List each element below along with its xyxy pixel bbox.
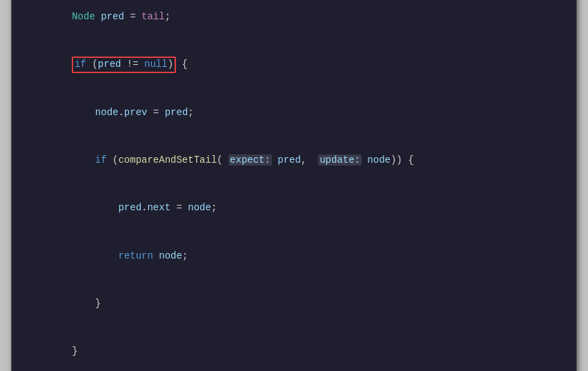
var-pred5: pred xyxy=(118,202,141,213)
var-node3: node xyxy=(367,154,391,166)
var-next: next xyxy=(147,202,170,213)
var-tail: tail xyxy=(141,11,165,22)
code-line-6: node.prev = pred; xyxy=(26,89,562,137)
code-line-8: pred.next = node; xyxy=(26,184,562,232)
keyword-if: if xyxy=(75,59,86,70)
var-prev: prev xyxy=(124,107,148,118)
method-compareAndSetTail: compareAndSetTail xyxy=(118,154,217,166)
keyword-if2: if xyxy=(95,154,107,166)
param-expect-label: expect: xyxy=(228,154,272,166)
highlight-box-2: if (pred != null) xyxy=(72,57,176,73)
code-line-7: if (compareAndSetTail( expect: pred, upd… xyxy=(26,137,562,184)
var-pred3: pred xyxy=(165,107,188,118)
var-pred4: pred xyxy=(277,154,301,166)
param-update-label: update: xyxy=(318,154,362,166)
code-line-11: } xyxy=(26,328,562,371)
code-viewer: private Node addWaiter(Node mode) { Node… xyxy=(11,0,577,371)
var-pred: pred xyxy=(101,11,124,22)
var-node4: node xyxy=(188,202,211,213)
code-line-5: if (pred != null) { xyxy=(26,41,562,89)
code-line-4: Node pred = tail; xyxy=(26,0,562,41)
type-node4: Node xyxy=(72,11,95,22)
var-pred2: pred xyxy=(98,59,121,70)
var-node2: node xyxy=(95,107,119,118)
code-line-9: return node; xyxy=(26,232,562,280)
code-line-10: } xyxy=(26,280,562,328)
keyword-null: null xyxy=(144,59,168,70)
keyword-return: return xyxy=(118,250,153,261)
var-node5: node xyxy=(159,250,182,261)
